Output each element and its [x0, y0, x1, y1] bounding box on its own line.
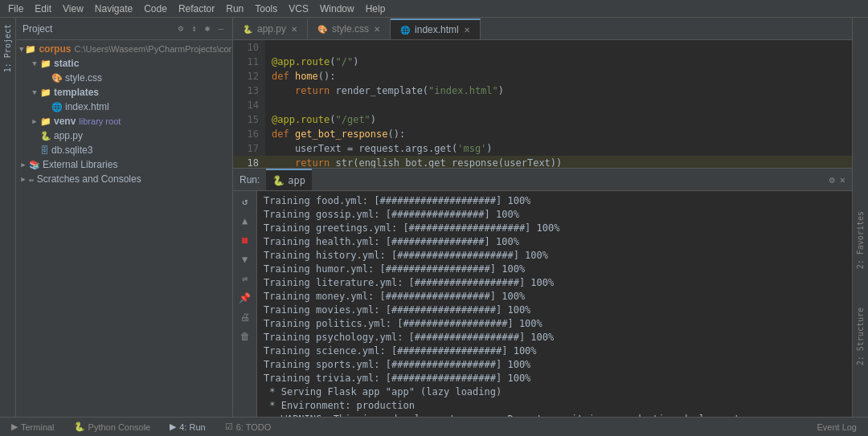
- console-line-9: Training movies.yml: [##################…: [264, 304, 845, 317]
- status-todo[interactable]: ☑ 6: TODO: [220, 422, 276, 432]
- menu-item-vcs[interactable]: VCS: [284, 2, 313, 16]
- sync-icon[interactable]: ⚙: [176, 22, 186, 35]
- scroll-up-icon[interactable]: ▲: [240, 214, 249, 228]
- menu-item-edit[interactable]: Edit: [30, 2, 56, 16]
- run-sidebar: ↺ ▲ ■ ▼ ⇌ 📌 🖨 🗑: [233, 191, 257, 417]
- db-file-icon: 🗄: [40, 145, 49, 156]
- console-output[interactable]: Training food.yml: [####################…: [257, 191, 852, 417]
- tree-label-venv: venv: [54, 116, 76, 127]
- status-python-console[interactable]: 🐍 Python Console: [69, 422, 156, 432]
- rerun-icon[interactable]: ↺: [240, 194, 249, 209]
- tree-arrow-index: [42, 103, 50, 111]
- terminal-label: Terminal: [21, 422, 55, 432]
- menu-item-refactor[interactable]: Refactor: [174, 2, 219, 16]
- tab-icon-app: 🐍: [243, 25, 252, 34]
- line-num-14: 14: [233, 98, 265, 112]
- clear-icon[interactable]: 🗑: [239, 329, 252, 344]
- stop-icon[interactable]: ■: [240, 233, 249, 247]
- tree-item-app-py[interactable]: 🐍 app.py: [16, 128, 232, 143]
- tree-label-corpus: corpus: [39, 43, 71, 55]
- tab-style-css[interactable]: 🎨 style.css ✕: [308, 18, 391, 39]
- minimize-icon[interactable]: —: [215, 22, 226, 35]
- menu-item-view[interactable]: View: [58, 2, 88, 16]
- right-sidebar: 2: Favorites 2: Structure: [852, 18, 868, 417]
- menu-item-code[interactable]: Code: [139, 2, 172, 16]
- tree-label-app-py: app.py: [54, 130, 83, 141]
- tab-icon-style: 🎨: [317, 25, 327, 34]
- tree-arrow-app: [31, 132, 39, 140]
- code-line-17: userText = request.args.get('msg'): [265, 141, 852, 156]
- run-panel: ↺ ▲ ■ ▼ ⇌ 📌 🖨 🗑 Training food.yml: [####…: [233, 191, 852, 417]
- tree-item-venv[interactable]: ▶ 📁 venv library root: [16, 114, 232, 128]
- tab-close-index[interactable]: ✕: [464, 26, 470, 35]
- menu-item-run[interactable]: Run: [221, 2, 248, 16]
- tree-label-db-sqlite3: db.sqlite3: [51, 145, 92, 156]
- folder-icon-static: 📁: [40, 59, 51, 69]
- code-line-12: def home():: [265, 69, 852, 84]
- bottom-panel: Run: 🐍 app ⚙ ✕ ↺ ▲ ■ ▼ ⇌ 📌: [233, 168, 852, 417]
- scroll-down-icon[interactable]: ▼: [240, 252, 249, 267]
- tree-arrow-venv: ▶: [31, 117, 39, 125]
- code-editor: 10 11 12 13 14 15 16 17 18 19 20 21 22 2…: [233, 40, 852, 168]
- line-num-18: 18: [233, 156, 265, 168]
- print-icon[interactable]: 🖨: [239, 310, 252, 324]
- tree-item-index-html[interactable]: 🌐 index.html: [16, 100, 232, 114]
- close-run-icon[interactable]: ✕: [840, 174, 845, 185]
- tab-close-app[interactable]: ✕: [291, 25, 297, 34]
- settings-run-icon[interactable]: ⚙: [829, 174, 835, 185]
- tree-arrow-templates: ▼: [31, 88, 39, 96]
- tab-close-style[interactable]: ✕: [374, 25, 380, 34]
- tree-item-templates[interactable]: ▼ 📁 templates: [16, 85, 232, 100]
- code-line-10: [265, 40, 852, 55]
- pin-icon[interactable]: 📌: [237, 291, 252, 305]
- python-console-label: Python Console: [88, 422, 151, 432]
- menu-item-navigate[interactable]: Navigate: [90, 2, 137, 16]
- console-line-1: Training food.yml: [####################…: [264, 194, 845, 208]
- menu-item-window[interactable]: Window: [315, 2, 359, 16]
- left-sidebar: 1: Project: [0, 18, 16, 417]
- console-line-16: * Environment: production: [264, 399, 845, 413]
- line-num-17: 17: [233, 141, 265, 156]
- code-line-11: @app.route("/"): [265, 55, 852, 69]
- run-label-status: 4: Run: [179, 422, 205, 432]
- line-num-12: 12: [233, 69, 265, 84]
- tree-item-static[interactable]: ▼ 📁 static: [16, 56, 232, 71]
- line-num-13: 13: [233, 84, 265, 98]
- py-file-icon: 🐍: [40, 131, 51, 141]
- tree-arrow-scratches: ▶: [19, 175, 27, 183]
- tab-app-py[interactable]: 🐍 app.py ✕: [233, 18, 308, 39]
- code-content[interactable]: @app.route("/") def home(): return rende…: [265, 40, 852, 168]
- menu-item-help[interactable]: Help: [361, 2, 391, 16]
- python-console-icon: 🐍: [74, 422, 85, 432]
- tree-item-ext-libs[interactable]: ▶ 📚 External Libraries: [16, 157, 232, 172]
- tree-sublabel-venv: library root: [79, 116, 121, 126]
- tab-label-index: index.html: [415, 24, 459, 35]
- tree-item-style-css[interactable]: 🎨 style.css: [16, 71, 232, 85]
- status-terminal[interactable]: ▶ Terminal: [6, 422, 59, 432]
- run-app-tab[interactable]: 🐍 app: [266, 169, 312, 190]
- menu-item-tools[interactable]: Tools: [250, 2, 282, 16]
- tree-arrow-corpus: ▼: [19, 45, 23, 53]
- status-run[interactable]: ▶ 4: Run: [165, 422, 210, 432]
- status-event-log[interactable]: Event Log: [812, 422, 862, 432]
- project-panel-header: Project ⚙ ↕ ✱ —: [16, 18, 232, 40]
- sidebar-structure-label[interactable]: 2: Structure: [854, 304, 866, 369]
- project-panel: Project ⚙ ↕ ✱ — ▼ 📁 corpus C:\Users\Wase…: [16, 18, 233, 417]
- line-num-15: 15: [233, 112, 265, 127]
- console-line-10: Training politics.yml: [################…: [264, 317, 845, 331]
- sidebar-project-label[interactable]: 1: Project: [2, 21, 14, 75]
- tree-item-db-sqlite3[interactable]: 🗄 db.sqlite3: [16, 143, 232, 157]
- tree-arrow-db: [31, 146, 39, 154]
- tree-label-index-html: index.html: [65, 101, 109, 112]
- tree-arrow-ext: ▶: [19, 161, 27, 169]
- sidebar-favorites-label[interactable]: 2: Favorites: [854, 208, 866, 272]
- tree-sublabel-corpus: C:\Users\Waseem\PyCharmProjects\corpus: [74, 44, 232, 54]
- status-bar: ▶ Terminal 🐍 Python Console ▶ 4: Run ☑ 6…: [0, 417, 868, 436]
- tab-index-html[interactable]: 🌐 index.html ✕: [391, 18, 481, 39]
- wrap-icon[interactable]: ⇌: [240, 271, 249, 286]
- expand-icon[interactable]: ↕: [189, 22, 199, 35]
- tree-item-scratches[interactable]: ▶ ✏ Scratches and Consoles: [16, 172, 232, 186]
- menu-item-file[interactable]: File: [3, 2, 28, 16]
- tree-item-corpus[interactable]: ▼ 📁 corpus C:\Users\Waseem\PyCharmProjec…: [16, 42, 232, 56]
- settings-icon[interactable]: ✱: [203, 22, 213, 35]
